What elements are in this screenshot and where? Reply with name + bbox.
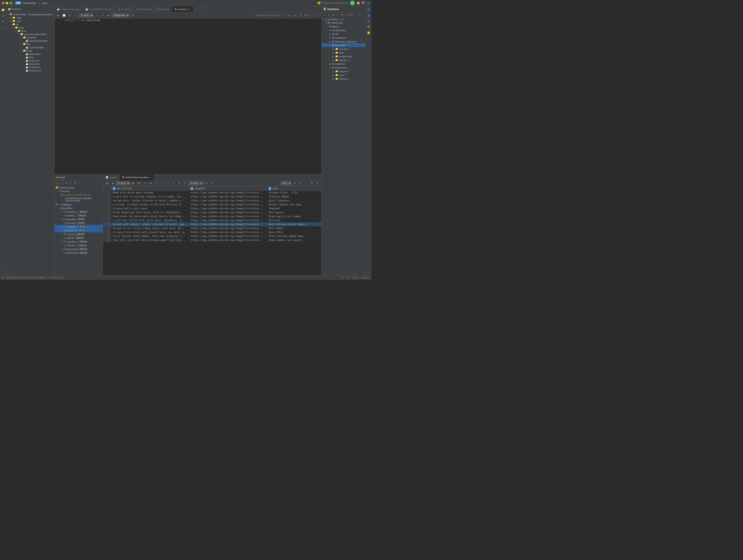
view-btn[interactable]: 👁 xyxy=(309,181,314,186)
db-localhost[interactable]: ▼ @ localhost 1 of 8 xyxy=(321,17,365,21)
tree-src[interactable]: ▼ 📁 src xyxy=(6,22,54,26)
table-row[interactable]: 6 Fried dumplings with sauce. Pork or ve… xyxy=(103,211,321,215)
col-name[interactable]: T name ⋮ xyxy=(267,186,321,191)
cell-name[interactable]: Fiery Chicken Umami Rame... xyxy=(267,234,321,238)
revert-btn[interactable]: ⬇ xyxy=(182,181,187,186)
refresh-btn[interactable]: ↺ xyxy=(287,13,292,17)
tree-mvn[interactable]: ▶ 📁 .mvn xyxy=(6,19,54,22)
columns-btn[interactable]: ||| xyxy=(299,13,303,17)
cell-name[interactable]: Spicy Tonkotsu xyxy=(267,199,321,203)
tree-signup[interactable]: ☕ SignUpController xyxy=(6,39,54,42)
more-tools-icon[interactable]: ··· xyxy=(0,269,6,274)
run-icon[interactable]: ▷ xyxy=(0,24,6,30)
col-imageurl[interactable]: T imageUrl ⋮ xyxy=(189,186,267,191)
svc-plus[interactable]: + xyxy=(77,181,81,185)
table-row[interactable]: 3 Served with, chashu (chicken or pork),… xyxy=(103,199,321,203)
tree-package[interactable]: ▼ 📁 com.eve.onlineOrder xyxy=(6,33,54,36)
first-btn[interactable]: |◀ xyxy=(104,181,109,186)
tab-output[interactable]: 📋 Output xyxy=(103,174,120,180)
col-description[interactable]: T description ⋮ xyxy=(111,186,189,191)
search-icon[interactable]: 🔍 xyxy=(362,1,365,5)
rollback-btn[interactable]: ✗ xyxy=(100,13,105,17)
db-onlineorder[interactable]: ▼ 🗄 onlineOrder xyxy=(321,21,365,25)
cell-name[interactable]: Pork bun xyxy=(267,219,321,222)
cell-name[interactable]: Miso Ramen xyxy=(267,226,321,230)
cell-description[interactable]: A warm bowl of springy noodles in a crea… xyxy=(111,195,189,199)
svc-console-parent[interactable]: ▼ 🔌 console 243 ms xyxy=(54,232,103,236)
rows-select[interactable]: 13 rows xyxy=(116,181,130,185)
submit-btn[interactable]: ⬆ xyxy=(177,181,182,186)
db-restaurants-indexes[interactable]: ▶ 📁 indexes 1 xyxy=(321,77,365,81)
db-restaurants-keys[interactable]: ▶ 📁 keys 1 xyxy=(321,73,365,77)
import-btn[interactable]: ⬇ xyxy=(298,181,303,186)
tree-cart[interactable]: ☕ Cart xyxy=(6,56,54,59)
svc-tomcat-instance[interactable]: ▶ Tomcat 11.0.0-M13 [local] xyxy=(54,193,103,197)
settings-button[interactable]: ⚙ xyxy=(67,13,72,17)
table-row[interactable]: 10 Served in our thick creamy tokyo styl… xyxy=(103,226,321,230)
table-row[interactable]: 8 a soft bun filled with juicy pork, Jal… xyxy=(103,219,321,222)
cell-imageurl[interactable]: https://img.cdn4dd.com/cdn-cgi/image/fit… xyxy=(189,219,267,222)
cell-description[interactable]: Yaki-tofu (grilled tofu),Satsuma-age(fri… xyxy=(111,238,189,242)
cell-description[interactable]: Octopus balls with sauce. xyxy=(111,206,189,211)
cell-name[interactable]: Black garlic oil ramen xyxy=(267,215,321,219)
cell-description[interactable]: Fiery Chicken Umami Ramen. Each bowl pro… xyxy=(111,234,189,238)
spring-icon[interactable]: 🌿 xyxy=(366,24,371,30)
db-hibernate[interactable]: ▶ ⊞ hibernate_sequence xyxy=(321,40,365,43)
cell-imageurl[interactable]: https://img.cdn4dd.com/cdn-cgi/image/fit… xyxy=(189,199,267,203)
cell-imageurl[interactable]: https://img.cdn4dd.com/cdn-cgi/image/fit… xyxy=(189,226,267,230)
svc-localhost[interactable]: ▼ @localhost xyxy=(54,206,103,210)
cell-imageurl[interactable]: https://img.cdn4dd.com/cdn-cgi/image/fit… xyxy=(189,230,267,234)
run-button[interactable]: ▶ xyxy=(56,13,61,17)
data-table-container[interactable]: T description ⋮ T xyxy=(103,186,321,275)
cell-name[interactable]: Shoyu Ramen (soy sauce) xyxy=(267,238,321,242)
svc-eye[interactable]: 👁 xyxy=(64,181,68,185)
tree-orderitem[interactable]: ☕ OrderItem xyxy=(6,65,54,69)
cell-imageurl[interactable]: https://img.cdn4dd.com/cdn-cgi/image/fit… xyxy=(189,203,267,206)
minimize-button[interactable] xyxy=(6,2,8,4)
last-btn[interactable]: ▶| xyxy=(137,181,141,186)
db-menuitem-columns[interactable]: ▶ 📁 columns 6 xyxy=(321,47,365,51)
cell-description[interactable]: a crispy, breaded hotdog filled with mel… xyxy=(111,203,189,206)
db-menuitem-keys[interactable]: ▶ 📁 keys 1 xyxy=(321,51,365,54)
stop-btn[interactable]: ■ xyxy=(106,13,111,17)
tab-more[interactable]: ··· xyxy=(193,6,200,12)
table-row[interactable]: 4 a crispy, breaded hotdog filled with m… xyxy=(103,203,321,206)
more-btn[interactable]: ▷ xyxy=(315,13,320,17)
svc-console2-child[interactable]: ↳ console_2 116 ms xyxy=(54,243,103,247)
db-more-btn[interactable]: ▷ xyxy=(358,13,362,17)
cell-name[interactable]: Tonkotsu Ramen xyxy=(267,195,321,199)
db-restaurants[interactable]: ▼ ⊞ restaurants xyxy=(321,66,365,69)
cell-description[interactable]: Fried dumplings with sauce. Pork or vege… xyxy=(111,211,189,215)
tab-console2[interactable]: 🖥 console_2 xyxy=(116,6,134,12)
grid-btn[interactable]: ⊞ xyxy=(130,13,135,17)
tab-console3[interactable]: 🖥 console_3 ✕ xyxy=(172,6,193,12)
commit-btn[interactable]: ✓ xyxy=(94,13,99,17)
cell-imageurl[interactable]: https://img.cdn4dd.com/cdn-cgi/image/fit… xyxy=(189,238,267,242)
export-btn[interactable]: ⬆ xyxy=(292,181,297,186)
tx-select[interactable]: Tx: Auto xyxy=(79,13,94,17)
svc-console3-parent[interactable]: ▼ 🔌 console_3 68 ms xyxy=(54,225,103,229)
tree-customerdao[interactable]: ☕ CustomerDao xyxy=(6,46,54,49)
db-menuitem-indexes[interactable]: ▶ 📁 indexes 2 xyxy=(321,58,365,62)
db-expand-btn[interactable]: ↕ xyxy=(354,13,358,17)
tab-menuitem[interactable]: ⊞ menuitem xyxy=(154,6,172,12)
more-icon[interactable]: ⚙ xyxy=(367,1,370,5)
undo-btn[interactable]: ↩ xyxy=(165,181,170,186)
tab-table-data[interactable]: ⊞ onlineOrder.menuitem ✕ xyxy=(120,174,154,180)
svc-deploy[interactable]: ✓ OnlineOrder:war exploded [Synchronized… xyxy=(54,197,103,202)
cell-name[interactable]: Spicy Korean Kimchi Ramen xyxy=(267,222,321,226)
history-button[interactable]: 🕐 xyxy=(61,13,67,17)
tree-root[interactable]: ▼ 📦 OnlineOrder ~/Desktop/Projects/Res..… xyxy=(6,13,54,16)
db-filter-btn[interactable]: ▽ xyxy=(336,13,340,17)
db-tables[interactable]: ▼ ⊞ tables 7 xyxy=(321,25,365,28)
cell-imageurl[interactable]: https://img.cdn4dd.com/cdn-cgi/image/fit… xyxy=(189,215,267,219)
cell-description[interactable]: a soft bun filled with juicy pork, Jalap… xyxy=(111,219,189,222)
tree-customer[interactable]: ☕ Customer xyxy=(6,59,54,62)
tree-restaurant[interactable]: ☕ Restaurant xyxy=(6,69,54,72)
db-col-btn[interactable]: ||| xyxy=(345,13,348,17)
svc-console2-parent[interactable]: ▼ 🔌 console_2 116 ms xyxy=(54,240,103,243)
redo-btn[interactable]: ↪ xyxy=(171,181,176,186)
cell-imageurl[interactable]: https://img.cdn4dd.com/cdn-cgi/image/fit… xyxy=(189,222,267,226)
cell-name[interactable]: Chicken Fries - 9 Pc xyxy=(267,191,321,195)
notification-icon[interactable]: 🔔 xyxy=(356,1,360,5)
